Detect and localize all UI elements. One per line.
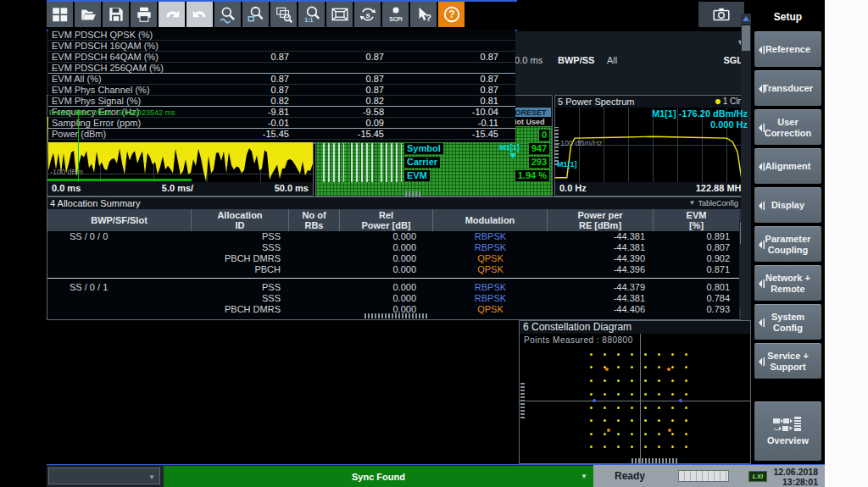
capture-x-axis: 0.0 ms 5.0 ms/ 50.0 ms xyxy=(47,182,313,196)
table-cell xyxy=(289,253,340,264)
zoom-trace-button[interactable] xyxy=(214,2,241,27)
constellation-point xyxy=(604,407,606,409)
column-header[interactable]: EVM [%] xyxy=(654,209,740,231)
column-header[interactable]: Power per RE [dBm] xyxy=(548,209,654,231)
result-value xyxy=(391,30,505,40)
time-label: 13:28:01 xyxy=(782,477,818,487)
softkey-network-remote[interactable]: Network + Remote xyxy=(754,265,821,301)
svg-text:?: ? xyxy=(448,8,454,20)
context-help-button[interactable]: ? xyxy=(410,2,437,27)
softkey-system-config[interactable]: System Config xyxy=(754,304,821,340)
softkey-alignment[interactable]: Alignment xyxy=(754,148,821,184)
constellation-point xyxy=(671,433,674,435)
result-value: 0.87 xyxy=(391,52,505,62)
constellation-point xyxy=(668,429,671,432)
constellation-point xyxy=(631,366,633,368)
result-value xyxy=(201,63,296,73)
windows-button[interactable] xyxy=(47,2,73,27)
single-sweep-badge[interactable]: SGL xyxy=(723,55,743,65)
open-file-button[interactable] xyxy=(75,2,101,27)
zoom-1to1-icon: 1:1 xyxy=(303,5,321,24)
table-row: SSS0.000RBPSK-44.3810.807 xyxy=(47,242,750,253)
table-row: PBCH DMRS0.000QPSK-44.3900.902 xyxy=(47,253,750,264)
softkey-service-support[interactable]: Service + Support xyxy=(754,343,821,379)
undo-button[interactable] xyxy=(159,2,185,27)
softkey-label: Transducer xyxy=(763,83,813,94)
table-cell: 0.000 xyxy=(340,264,433,275)
softkey-transducer[interactable]: Transducer xyxy=(754,70,821,106)
constellation-point xyxy=(658,407,660,409)
constellation-point xyxy=(658,433,660,435)
result-value: -15.45 xyxy=(201,129,296,139)
pane-grip[interactable] xyxy=(405,191,422,196)
constellation-point xyxy=(644,379,647,382)
zoom-selection-button[interactable] xyxy=(242,2,269,27)
constellation-point xyxy=(671,419,674,422)
softkey-reference[interactable]: Reference xyxy=(754,31,821,67)
result-value: -10.04 xyxy=(391,107,505,117)
x-axis-start: 0.0 ms xyxy=(52,183,81,196)
table-cell: SS / 0 / 1 xyxy=(47,282,192,293)
scpi-recorder-button[interactable]: SCPI xyxy=(382,2,409,27)
zoom-1to1-button[interactable]: 1:1 xyxy=(298,2,325,27)
softkey-parameter-coupling[interactable]: Parameter Coupling xyxy=(754,226,821,262)
bwp-ss-label[interactable]: BWP/SS xyxy=(558,55,594,65)
table-cell: -44.396 xyxy=(548,264,654,275)
constellation-point xyxy=(631,393,633,396)
result-value: -15.45 xyxy=(296,129,391,139)
table-row: SS / 0 / 1PSS0.000RBPSK-44.3790.801 xyxy=(47,282,750,293)
constellation-point xyxy=(685,445,687,448)
result-value: 0.87 xyxy=(201,52,296,62)
result-value: 0.87 xyxy=(296,52,391,62)
print-button[interactable] xyxy=(131,2,157,27)
sequencer-button[interactable]: s xyxy=(354,2,381,27)
column-header[interactable]: Allocation ID xyxy=(192,209,289,231)
x-axis-stop: 50.0 ms xyxy=(275,183,309,196)
scpi-recorder-icon: SCPI xyxy=(387,5,405,24)
zoom-selection-icon xyxy=(247,5,265,24)
result-label: Sampling Error (ppm) xyxy=(48,118,201,128)
softkey-user-correction[interactable]: User Correction xyxy=(754,109,821,145)
sync-status-bar[interactable]: Sync Found ▼ xyxy=(164,466,593,487)
constellation-point xyxy=(617,407,620,409)
column-header[interactable]: Rel Power [dB] xyxy=(340,209,433,231)
softkey-arrow-icon xyxy=(758,356,765,367)
multi-window-zoom-button[interactable] xyxy=(270,2,297,27)
redo-button[interactable] xyxy=(186,2,213,27)
constellation-window: 6 Constellation Diagram Points Measured … xyxy=(519,320,751,464)
column-header[interactable]: Modulation xyxy=(433,209,548,231)
table-cell: -44.379 xyxy=(548,282,654,293)
constellation-point xyxy=(631,353,633,356)
softkey-label: Parameter Coupling xyxy=(765,234,811,256)
display-frame-button[interactable] xyxy=(326,2,353,27)
pane-grip[interactable] xyxy=(364,313,428,318)
allocation-summary-header: BWP/SF/SlotAllocation IDNo of RBsRel Pow… xyxy=(47,209,750,231)
table-cell: -44.406 xyxy=(548,304,654,315)
column-header[interactable]: No of RBs xyxy=(289,209,340,231)
result-label: EVM Phys Channel (%) xyxy=(48,85,201,95)
constellation-point xyxy=(685,366,687,368)
display-frame-icon xyxy=(331,5,349,24)
screenshot-button[interactable] xyxy=(698,2,744,27)
status-dropdown[interactable]: ▼ xyxy=(48,468,160,484)
sequencer-icon: s xyxy=(359,5,377,24)
softkey-buttons: ReferenceTransducerUser CorrectionAlignm… xyxy=(751,31,825,379)
result-value: -9.58 xyxy=(296,107,391,117)
column-header[interactable]: BWP/SF/Slot xyxy=(47,209,192,231)
table-row: EVM Phys Channel (%)0.870.870.87 xyxy=(48,85,515,96)
result-value: 0.82 xyxy=(201,96,296,106)
table-cell: 0.793 xyxy=(654,304,740,315)
allocation-summary-title: 4 Allocation Summary xyxy=(50,197,140,209)
help-button[interactable]: ? xyxy=(438,2,465,27)
constellation-point xyxy=(617,445,620,448)
bwp-ss-value[interactable]: All xyxy=(607,55,617,65)
save-button[interactable] xyxy=(103,2,129,27)
overview-button-label: Overview xyxy=(767,435,809,446)
result-value xyxy=(296,41,391,51)
marker-info-value: 0 xyxy=(539,130,549,141)
pane-grip[interactable] xyxy=(632,458,678,463)
softkey-arrow-icon xyxy=(758,317,765,328)
overview-button[interactable]: Overview xyxy=(754,401,821,461)
softkey-display[interactable]: Display xyxy=(754,187,821,223)
marker-info-value: 1.94 % xyxy=(515,170,549,181)
